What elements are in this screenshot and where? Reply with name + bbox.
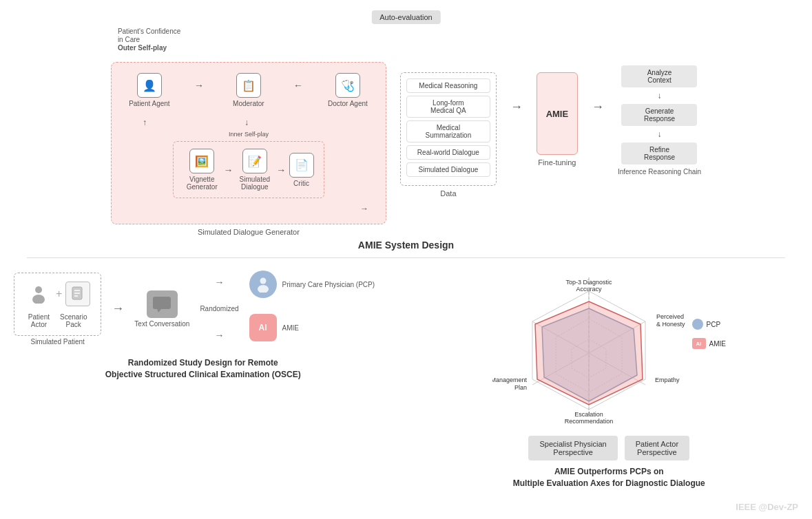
svg-text:Plan: Plan xyxy=(514,384,527,391)
pcp-avatar xyxy=(249,271,277,298)
amie-ai-avatar: AI xyxy=(249,314,277,341)
bottom-section: + PatientActor ScenarioPack Simulated Pa… xyxy=(7,264,805,489)
inference-arrow-1: ↓ xyxy=(657,91,661,100)
moderator-block: 📋 Moderator xyxy=(221,73,276,107)
simulated-dialogue-block: 📝 SimulatedDialogue xyxy=(233,149,277,191)
arrow-right-1: → xyxy=(194,80,204,91)
simulated-patient-box: + PatientActor ScenarioPack xyxy=(14,273,101,336)
pcp-block: Primary Care Physician (PCP) xyxy=(249,271,375,298)
data-item-4: Simulated Dialogue xyxy=(406,162,490,177)
patient-agent-icon: 👤 xyxy=(137,73,162,98)
outer-selfplay-label: Patient's Confidencein CareOuter Self-pl… xyxy=(118,28,180,52)
section-divider xyxy=(27,257,785,258)
inference-reasoning-label: Inference Reasoning Chain xyxy=(618,168,701,176)
legend-pcp-label: PCP xyxy=(707,321,721,328)
patient-agent-label: Patient Agent xyxy=(122,100,177,107)
scenario-pack-icon xyxy=(65,282,90,306)
radar-chart-wrapper: Top-3 Diagnostic Accuracy Perceived Open… xyxy=(492,264,685,430)
arrow-to-amie: → xyxy=(510,100,523,114)
outer-selfplay-container: Patient's Confidencein CareOuter Self-pl… xyxy=(111,38,386,236)
randomized-block: → Randomized → xyxy=(200,277,238,341)
arrow-to-inference: → xyxy=(592,100,604,114)
scenario-pack-label: ScenarioPack xyxy=(60,313,87,328)
legend-amie-dot: AI xyxy=(692,338,706,349)
svg-text:& Honesty: & Honesty xyxy=(656,321,685,328)
arrow-left-1: ← xyxy=(293,80,303,91)
watermark: IEEE @Dev-ZP xyxy=(736,502,798,512)
osce-title: Randomized Study Design for Remote Objec… xyxy=(7,357,399,381)
main-container: Auto-evaluation Patient's Confidencein C… xyxy=(0,0,812,519)
simulated-patient-label: Simulated Patient xyxy=(30,338,84,346)
arrow-down-moderator: ↓ xyxy=(244,118,249,127)
svg-text:Management: Management xyxy=(492,377,527,383)
arrow-right-critic: → xyxy=(276,165,286,176)
data-box: Medical Reasoning Long-formMedical QA Me… xyxy=(400,72,497,186)
fine-tuning-label: Fine-tuning xyxy=(538,158,576,167)
moderator-label: Moderator xyxy=(221,100,276,107)
patient-actor-button[interactable]: Patient ActorPerspective xyxy=(625,436,689,460)
generate-response-box: GenerateResponse xyxy=(621,104,697,126)
critic-block: 📄 Critic xyxy=(286,153,317,187)
svg-rect-6 xyxy=(153,297,171,309)
arrow-up-patient: ↑ xyxy=(143,118,147,127)
vignette-icon: 🖼️ xyxy=(189,149,214,173)
svg-marker-7 xyxy=(157,309,161,313)
data-item-0: Medical Reasoning xyxy=(406,78,490,93)
svg-text:Recommendation: Recommendation xyxy=(564,418,613,425)
legend-amie: AI AMIE xyxy=(692,338,726,349)
text-conversation-label: Text Conversation xyxy=(134,320,189,328)
svg-point-1 xyxy=(32,295,45,304)
auto-eval-box: Auto-evaluation xyxy=(371,10,440,24)
refine-response-box: RefineResponse xyxy=(621,142,697,165)
doctor-agent-label: Doctor Agent xyxy=(320,100,375,107)
amie-system-design-title: AMIE System Design xyxy=(358,240,454,251)
moderator-icon: 📋 xyxy=(236,73,261,98)
simulated-dialogue-icon: 📝 xyxy=(242,149,267,173)
pcp-amie-blocks: Primary Care Physician (PCP) AI AMIE xyxy=(249,271,375,347)
critic-label: Critic xyxy=(286,180,317,187)
svg-point-0 xyxy=(35,286,42,293)
outer-selfplay-box: 👤 Patient Agent → 📋 Moderator ← xyxy=(111,62,386,224)
data-label: Data xyxy=(440,189,456,198)
specialist-physician-button[interactable]: Specialist PhysicianPerspective xyxy=(528,436,617,460)
inner-box-wrapper: Inner Self-play 🖼️ VignetteGenerator → 📝 xyxy=(173,131,324,198)
doctor-agent-block: 🩺 Doctor Agent xyxy=(320,73,375,107)
amie-box: AMIE xyxy=(537,72,578,155)
inference-arrow-2: ↓ xyxy=(657,129,661,139)
radar-section: Top-3 Diagnostic Accuracy Perceived Open… xyxy=(413,264,806,489)
arrow-to-amie-bottom: → xyxy=(214,330,224,341)
arrow-osce-1: → xyxy=(112,301,124,316)
critic-icon: 📄 xyxy=(289,153,314,178)
patient-actor-icon xyxy=(25,280,52,308)
doctor-agent-icon: 🩺 xyxy=(335,73,360,98)
svg-text:Top-3 Diagnostic: Top-3 Diagnostic xyxy=(565,279,612,286)
inference-section: AnalyzeContext ↓ GenerateResponse ↓ Refi… xyxy=(618,65,701,176)
data-item-2: MedicalSummarization xyxy=(406,120,490,142)
amie-bottom-block: AI AMIE xyxy=(249,314,299,341)
arrow-to-pcp: → xyxy=(214,277,224,288)
radar-legend: PCP AI AMIE xyxy=(692,319,726,352)
simulated-dialogue-generator-label: Simulated Dialogue Generator xyxy=(111,228,386,236)
osce-diagram: + PatientActor ScenarioPack Simulated Pa… xyxy=(7,264,399,354)
patient-agent-block: 👤 Patient Agent xyxy=(122,73,177,107)
svg-text:Perceived Openness: Perceived Openness xyxy=(656,313,685,320)
data-section: Medical Reasoning Long-formMedical QA Me… xyxy=(400,72,497,198)
amie-section: AMIE Fine-tuning xyxy=(537,72,578,167)
analyze-context-box: AnalyzeContext xyxy=(621,65,697,87)
top-agents-row: 👤 Patient Agent → 📋 Moderator ← xyxy=(122,73,375,107)
simulated-patient-wrapper: + PatientActor ScenarioPack Simulated Pa… xyxy=(14,273,101,346)
svg-point-31 xyxy=(693,319,702,329)
plus-sign: + xyxy=(56,288,62,300)
inference-chain: AnalyzeContext ↓ GenerateResponse ↓ Refi… xyxy=(618,65,700,165)
arrow-right-inner: → xyxy=(224,165,233,176)
bottom-buttons: Specialist PhysicianPerspective Patient … xyxy=(413,436,806,460)
radar-title: AMIE Outperforms PCPs on Multiple Evalua… xyxy=(413,466,806,489)
svg-text:Empathy: Empathy xyxy=(655,377,680,383)
long-arrow-right: → xyxy=(360,204,368,213)
amie-bottom-label: AMIE xyxy=(282,324,299,332)
inner-selfplay-label: Inner Self-play xyxy=(173,131,324,138)
patient-icons: + xyxy=(25,280,90,308)
osce-section: + PatientActor ScenarioPack Simulated Pa… xyxy=(7,264,399,489)
radar-chart: Top-3 Diagnostic Accuracy Perceived Open… xyxy=(492,264,685,429)
randomized-label: Randomized xyxy=(200,305,238,313)
